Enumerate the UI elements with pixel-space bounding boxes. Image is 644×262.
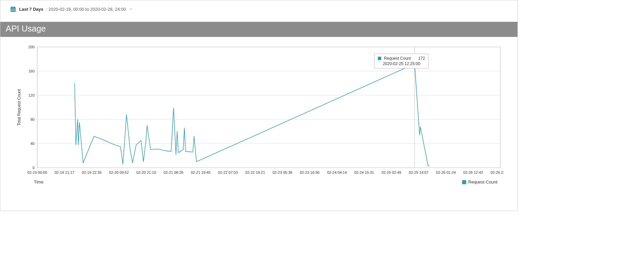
svg-text:0: 0 — [33, 166, 35, 170]
svg-text:200: 200 — [29, 45, 35, 49]
svg-text:02-19 22:35: 02-19 22:35 — [82, 170, 102, 174]
section-title: API Usage — [6, 24, 46, 33]
tooltip-series-name: Request Count — [384, 56, 411, 61]
svg-text:02-25 02:49: 02-25 02:49 — [382, 170, 401, 174]
svg-text:160: 160 — [29, 69, 35, 73]
date-range-picker[interactable]: Last 7 Days : 2020-02-19, 00:00 to 2020-… — [0, 0, 517, 22]
svg-rect-9 — [14, 10, 15, 11]
svg-text:02-19 00:00: 02-19 00:00 — [28, 170, 47, 174]
svg-text:02-24 15:31: 02-24 15:31 — [354, 170, 374, 174]
svg-text:02-23 05:38: 02-23 05:38 — [273, 170, 292, 174]
tooltip-timestamp: 2020-02-25 12:25:00 — [378, 61, 425, 66]
svg-rect-2 — [11, 6, 12, 8]
legend-series-name: Request Count — [468, 179, 497, 185]
svg-text:80: 80 — [31, 117, 35, 121]
tooltip-swatch — [378, 57, 381, 60]
section-title-bar: API Usage — [0, 22, 517, 37]
chart-legend[interactable]: Request Count — [462, 179, 497, 185]
chevron-down-icon — [129, 7, 133, 11]
date-range-text: : 2020-02-19, 00:00 to 2020-02-26, 24:00 — [46, 7, 126, 12]
svg-text:02-25 14:07: 02-25 14:07 — [409, 170, 429, 174]
svg-text:02-20 09:52: 02-20 09:52 — [109, 170, 129, 174]
svg-rect-10 — [37, 47, 500, 168]
panel-container: Last 7 Days : 2020-02-19, 00:00 to 2020-… — [0, 0, 518, 211]
svg-text:02-23 16:56: 02-23 16:56 — [300, 170, 319, 174]
svg-rect-6 — [14, 9, 15, 10]
svg-text:02-21 08:28: 02-21 08:28 — [164, 170, 184, 174]
api-usage-chart[interactable]: 0408012016020002-19 00:0002-19 11:1702-1… — [14, 44, 504, 185]
svg-text:02-22 07:03: 02-22 07:03 — [218, 170, 238, 174]
tooltip-value: 172 — [418, 56, 425, 61]
svg-text:02-26 23:59: 02-26 23:59 — [491, 170, 504, 174]
date-range-label: Last 7 Days — [19, 7, 43, 12]
svg-text:Total Request Count: Total Request Count — [17, 89, 21, 125]
svg-rect-8 — [13, 10, 14, 11]
svg-text:120: 120 — [29, 93, 35, 97]
svg-text:02-20 21:10: 02-20 21:10 — [136, 170, 156, 174]
svg-rect-4 — [11, 9, 12, 10]
svg-text:02-19 11:17: 02-19 11:17 — [55, 170, 75, 174]
x-axis-label: Time — [34, 179, 43, 185]
svg-rect-7 — [11, 10, 12, 11]
svg-text:02-26 01:24: 02-26 01:24 — [436, 170, 456, 174]
chart-tooltip: Request Count 172 2020-02-25 12:25:00 — [374, 54, 429, 68]
svg-rect-3 — [14, 6, 15, 8]
svg-text:40: 40 — [31, 142, 35, 146]
svg-text:02-22 18:21: 02-22 18:21 — [245, 170, 265, 174]
svg-text:02-26 12:42: 02-26 12:42 — [463, 170, 483, 174]
legend-swatch — [462, 180, 466, 184]
chart-area: 0408012016020002-19 00:0002-19 11:1702-1… — [0, 37, 517, 188]
svg-text:02-21 19:45: 02-21 19:45 — [191, 170, 211, 174]
calendar-icon — [10, 6, 16, 12]
svg-text:02-24 04:14: 02-24 04:14 — [327, 170, 347, 174]
svg-rect-5 — [13, 9, 14, 10]
